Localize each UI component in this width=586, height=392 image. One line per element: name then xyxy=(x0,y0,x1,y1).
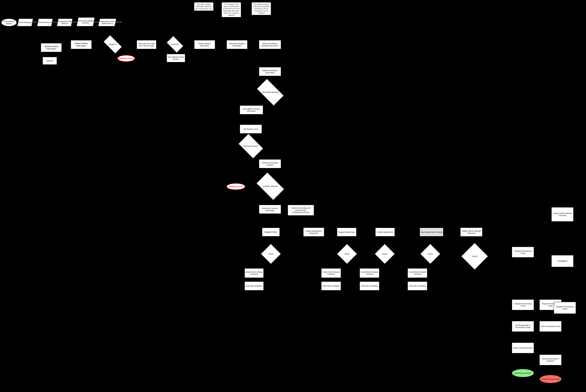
create-management-requisition: Create Management Requisition xyxy=(303,228,324,236)
tooltip-3: The delivery recipient collects the requ… xyxy=(252,2,271,15)
create-task-manual-correction-4: Create Task for Manual Correction xyxy=(408,268,427,278)
use-fallback-location-information: Use Fallback Location Information xyxy=(240,106,263,114)
determine-recipient-company: Determine Recipient Company xyxy=(259,159,281,168)
send-decline-mail: Send Decline Mail to Recipient xyxy=(539,354,561,365)
provisioning-ticket-object-id: Provisioning Ticket Object Id xyxy=(57,18,73,26)
await-task-completion-4: Await Task Completion xyxy=(408,282,427,290)
result-3-diamond: Result xyxy=(375,244,395,264)
dispatch-provisioning-ticket-1: Dispatch Provisioning Ticket xyxy=(512,247,534,258)
result-4-diamond: Result xyxy=(420,244,440,264)
determine-days-payment: Determine the days and payment from Pick… xyxy=(288,205,314,216)
information-missing-diamond: Information Missing? xyxy=(257,79,284,106)
confirm-basket-item: Confirm Basket Item xyxy=(375,228,395,236)
booking-not-processed: Booking not processed xyxy=(539,375,561,383)
set-postal-to-2215: Set Postal to 2215 xyxy=(240,124,262,134)
determine-item-type-from-service-type: Determine Item Type from Service Type xyxy=(137,40,156,49)
await-task-completion-3: Await Task Completion xyxy=(360,282,379,290)
provisioning-token-category-role: Provisioning Category and Role xyxy=(77,17,95,26)
desired-service-id: Desired Service Id xyxy=(37,18,53,26)
determine-recipient-information: Determine Recipient Information xyxy=(226,40,247,49)
determine-payment-information: Determine Payment Information xyxy=(259,205,281,214)
set-responsible-provisioning-ticket: Set Responsible of Provisioning Ticket xyxy=(512,321,534,332)
proceed-from-basket: Proceed from Basket xyxy=(1,18,17,26)
collective-diamond: Collective xyxy=(166,36,183,53)
await-basket-item-ordering: Await Basket Item Ordering xyxy=(420,228,443,236)
obtain-booking-information: Obtain Booking Information xyxy=(71,40,92,49)
determine-delivery-recipient-information: Determine Delivery Recipient Information xyxy=(259,40,281,49)
create-task-manual-correction-3: Create Task for Manual Correction xyxy=(360,268,379,278)
await-task-completion-2: Await Task Completion xyxy=(321,282,341,290)
result-decision-diamond: Result xyxy=(461,243,488,270)
set-collection-asset-number: Set Collection Asset Number xyxy=(167,54,185,62)
postcode-present-diamond: Postcode Present? xyxy=(238,134,263,159)
booking-is-faulty-2: Booking is Faulty xyxy=(226,183,245,190)
already-for: Already for xyxy=(103,35,122,54)
tooltip-2: The recipient is the person receiving th… xyxy=(222,2,241,17)
order-items-count-basket-item-id: Order Items Count, Basket Item Id xyxy=(98,18,116,26)
register-order: Register Order xyxy=(262,228,280,236)
booking-is-processed: Booking is processed xyxy=(512,369,534,377)
diagram-container: The order contains information about the… xyxy=(0,0,586,392)
connectors-svg xyxy=(0,0,586,392)
create-manual-correction-label: Create Task for Manual Correction xyxy=(551,207,573,222)
update-booking-information: Update Booking Information xyxy=(41,43,62,52)
dispatch-provisioning-ticket-center: Dispatch Provisioning Ticket xyxy=(512,300,534,310)
create-task-manual-correction-1: Create Task for Manual Correction xyxy=(244,268,264,278)
obtain-task-for-manual-dismissal: Obtain Task for Manual Dismissal xyxy=(460,228,482,236)
completion-label: Completion xyxy=(551,255,573,267)
company-missing-diamond: Company Missing? xyxy=(256,172,284,200)
dispatch-provisioning-label: Dispatch Provisioning Ticket xyxy=(554,302,576,314)
tooltip-1: The order contains information about the… xyxy=(194,2,213,11)
obtain-delivery-information: Obtain Delivery Information xyxy=(194,40,215,49)
result-1-diamond: Result xyxy=(261,244,281,264)
validate-destination-information: Validate Destination Information xyxy=(259,67,281,76)
register-basket-item: Register Basket Item xyxy=(337,228,357,236)
service-booking-id: Service Booking Id xyxy=(17,18,33,26)
result-2-diamond: Result xyxy=(337,244,357,264)
create-task-manual-correction-2: Create Task for Manual Correction xyxy=(321,268,341,278)
close-provisioning-ticket: Close Provisioning Ticket xyxy=(539,321,561,332)
await-task-completion-1: Await Task Completion xyxy=(244,282,264,290)
booking-is-faulty-1: Booking is Faulty xyxy=(117,55,135,62)
service: Service xyxy=(43,57,57,65)
await-provisioning-ticket: Await Provisioning Ticket xyxy=(512,342,534,353)
